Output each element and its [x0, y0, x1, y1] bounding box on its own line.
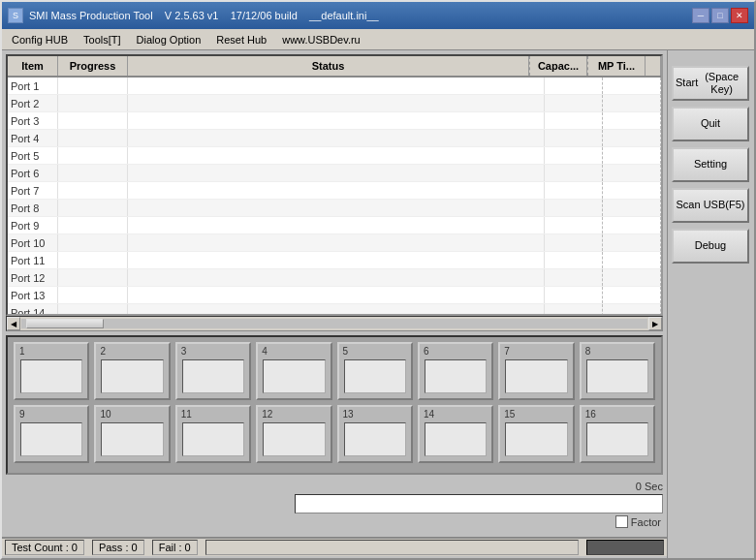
- menu-bar: Config HUB Tools[T] Dialog Option Reset …: [2, 29, 754, 50]
- port-label-1: 1: [19, 346, 25, 357]
- minimize-button[interactable]: ─: [692, 8, 709, 23]
- port-inner-7: [505, 359, 567, 393]
- port-cell-9: 9: [14, 405, 89, 463]
- hscroll-right-button[interactable]: ▶: [648, 317, 662, 330]
- progress-row: [6, 494, 663, 513]
- port-cell-10: 10: [94, 405, 170, 463]
- port-inner-10: [101, 422, 163, 456]
- cell-progress: [58, 287, 128, 303]
- cell-mptime: [603, 287, 661, 303]
- setting-button[interactable]: Setting: [672, 147, 749, 182]
- port-inner-8: [586, 359, 648, 393]
- port-label-15: 15: [504, 409, 515, 420]
- cell-capacity: [545, 112, 603, 129]
- scan-usb-button[interactable]: Scan USB (F5): [672, 188, 749, 223]
- col-vscroll: [646, 56, 661, 76]
- port-cell-16: 16: [580, 405, 655, 463]
- cell-capacity: [545, 78, 603, 94]
- cell-progress: [58, 269, 128, 286]
- menu-usbdev[interactable]: www.USBDev.ru: [274, 30, 367, 49]
- menu-dialog-option[interactable]: Dialog Option: [129, 30, 209, 49]
- port-inner-11: [182, 422, 244, 456]
- cell-item: Port 11: [8, 252, 58, 268]
- cell-progress: [58, 165, 128, 181]
- cell-status: [128, 200, 545, 216]
- hscroll-thumb[interactable]: [26, 319, 104, 328]
- window-controls: ─ □ ✕: [692, 8, 748, 23]
- close-button[interactable]: ✕: [731, 8, 748, 23]
- status-bar: Test Count : 0 Pass : 0 Fail : 0: [2, 537, 667, 556]
- cell-capacity: [545, 200, 603, 216]
- cell-mptime: [603, 95, 661, 111]
- port-label-6: 6: [424, 346, 429, 357]
- test-count-value: 0: [72, 542, 78, 553]
- cell-progress: [58, 95, 128, 111]
- cell-status: [128, 304, 545, 314]
- cell-capacity: [545, 234, 603, 251]
- app-icon: S: [8, 8, 23, 23]
- cell-progress: [58, 217, 128, 233]
- cell-mptime: [603, 182, 661, 199]
- col-status: Status: [128, 56, 529, 76]
- cell-mptime: [603, 304, 661, 314]
- table-hscrollbar[interactable]: ◀ ▶: [6, 316, 663, 331]
- port-cell-8: 8: [580, 342, 655, 400]
- cell-progress: [58, 252, 128, 268]
- debug-button[interactable]: Debug: [672, 229, 749, 264]
- port-label-14: 14: [424, 409, 434, 420]
- cell-progress: [58, 182, 128, 199]
- port-row-2: 9 10 11 12 13 14 15 16: [14, 405, 655, 463]
- col-mptime: MP Ti...: [587, 56, 646, 76]
- cell-capacity: [545, 147, 603, 164]
- port-label-4: 4: [262, 346, 268, 357]
- table-row: Port 2: [8, 95, 661, 112]
- table-body[interactable]: Port 1 Port 2 Port 3 Port 4 Port 5: [8, 78, 661, 314]
- cell-status: [128, 165, 545, 181]
- port-inner-4: [263, 359, 325, 393]
- maximize-button[interactable]: □: [711, 8, 729, 23]
- port-label-13: 13: [343, 409, 354, 420]
- progress-bar: [295, 494, 663, 513]
- port-label-5: 5: [343, 346, 349, 357]
- port-inner-3: [182, 359, 244, 393]
- factory-checkbox[interactable]: [615, 515, 628, 528]
- port-label-8: 8: [585, 346, 591, 357]
- cell-capacity: [545, 217, 603, 233]
- port-table: Item Progress Status Capac... MP Ti... P…: [6, 54, 663, 316]
- hscroll-left-button[interactable]: ◀: [7, 317, 20, 330]
- cell-mptime: [603, 147, 661, 164]
- right-panel: Start (Space Key) Quit Setting Scan USB …: [667, 50, 754, 558]
- cell-status: [128, 252, 545, 268]
- cell-status: [128, 78, 545, 94]
- cell-status: [128, 287, 545, 303]
- cell-status: [128, 112, 545, 129]
- cell-item: Port 9: [8, 217, 58, 233]
- factory-row: Factor: [6, 515, 663, 528]
- cell-capacity: [545, 182, 603, 199]
- cell-mptime: [603, 112, 661, 129]
- cell-progress: [58, 304, 128, 314]
- menu-tools[interactable]: Tools[T]: [76, 30, 129, 49]
- table-row: Port 10: [8, 234, 661, 252]
- quit-button[interactable]: Quit: [672, 107, 749, 141]
- cell-item: Port 5: [8, 147, 58, 164]
- cell-status: [128, 269, 545, 286]
- test-count-segment: Test Count : 0: [5, 540, 84, 555]
- port-cell-7: 7: [498, 342, 574, 400]
- table-row: Port 5: [8, 147, 661, 165]
- start-button[interactable]: Start (Space Key): [672, 66, 749, 101]
- fail-value: 0: [185, 542, 191, 553]
- cell-item: Port 12: [8, 269, 58, 286]
- cell-mptime: [603, 130, 661, 146]
- port-inner-9: [20, 422, 82, 456]
- cell-progress: [58, 234, 128, 251]
- port-label-3: 3: [181, 346, 187, 357]
- cell-mptime: [603, 78, 661, 94]
- pass-value: 0: [132, 542, 138, 553]
- menu-config-hub[interactable]: Config HUB: [4, 30, 76, 49]
- col-item: Item: [8, 56, 58, 76]
- port-inner-6: [425, 359, 487, 393]
- col-capacity: Capac...: [529, 56, 587, 76]
- menu-reset-hub[interactable]: Reset Hub: [208, 30, 274, 49]
- fail-segment: Fail : 0: [152, 540, 198, 555]
